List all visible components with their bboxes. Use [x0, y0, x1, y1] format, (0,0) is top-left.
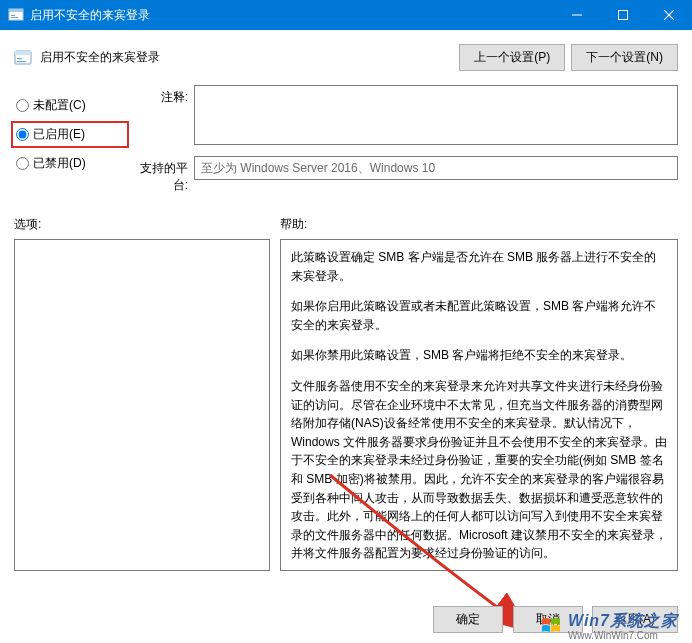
help-paragraph: 此策略设置确定 SMB 客户端是否允许在 SMB 服务器上进行不安全的来宾登录。 [291, 248, 667, 285]
options-label: 选项: [14, 216, 280, 233]
next-setting-button[interactable]: 下一个设置(N) [571, 44, 678, 71]
svg-rect-3 [11, 17, 18, 18]
radio-enabled[interactable]: 已启用(E) [14, 124, 126, 145]
radio-disabled-label: 已禁用(D) [33, 155, 86, 172]
ok-button[interactable]: 确定 [433, 606, 503, 633]
apply-button[interactable]: 应用(A) [592, 606, 678, 633]
options-pane [14, 239, 270, 571]
window-title: 启用不安全的来宾登录 [30, 7, 554, 24]
state-radio-group: 未配置(C) 已启用(E) 已禁用(D) [14, 81, 126, 194]
app-icon [8, 7, 24, 23]
dialog-button-bar: 确定 取消 应用(A) [427, 606, 678, 633]
radio-enabled-label: 已启用(E) [33, 126, 85, 143]
radio-disabled[interactable]: 已禁用(D) [14, 153, 126, 174]
comment-textarea[interactable] [194, 85, 678, 145]
help-pane: 此策略设置确定 SMB 客户端是否允许在 SMB 服务器上进行不安全的来宾登录。… [280, 239, 678, 571]
svg-rect-4 [572, 15, 582, 16]
cancel-button[interactable]: 取消 [513, 606, 583, 633]
svg-rect-2 [11, 15, 15, 16]
help-paragraph: 如果你禁用此策略设置，SMB 客户端将拒绝不安全的来宾登录。 [291, 346, 667, 365]
maximize-button[interactable] [600, 0, 646, 30]
supported-label: 支持的平台: [126, 156, 194, 194]
svg-rect-8 [17, 58, 22, 59]
supported-platforms: 至少为 Windows Server 2016、Windows 10 [194, 156, 678, 180]
svg-rect-1 [9, 9, 23, 12]
radio-not-configured-input[interactable] [16, 99, 29, 112]
radio-not-configured-label: 未配置(C) [33, 97, 86, 114]
radio-enabled-input[interactable] [16, 128, 29, 141]
title-bar: 启用不安全的来宾登录 [0, 0, 692, 30]
svg-rect-7 [15, 51, 31, 55]
policy-title: 启用不安全的来宾登录 [40, 49, 160, 66]
policy-icon [14, 49, 32, 67]
previous-setting-button[interactable]: 上一个设置(P) [459, 44, 565, 71]
help-paragraph: 如果你启用此策略设置或者未配置此策略设置，SMB 客户端将允许不安全的来宾登录。 [291, 297, 667, 334]
help-paragraph: 文件服务器使用不安全的来宾登录来允许对共享文件夹进行未经身份验证的访问。尽管在企… [291, 377, 667, 563]
help-label: 帮助: [280, 216, 307, 233]
minimize-button[interactable] [554, 0, 600, 30]
svg-rect-5 [619, 11, 628, 20]
comment-label: 注释: [126, 85, 194, 106]
svg-rect-9 [17, 61, 26, 62]
radio-not-configured[interactable]: 未配置(C) [14, 95, 126, 116]
header-row: 启用不安全的来宾登录 上一个设置(P) 下一个设置(N) [0, 30, 692, 81]
client-area: 启用不安全的来宾登录 上一个设置(P) 下一个设置(N) 未配置(C) 已启用(… [0, 30, 692, 643]
radio-disabled-input[interactable] [16, 157, 29, 170]
close-button[interactable] [646, 0, 692, 30]
